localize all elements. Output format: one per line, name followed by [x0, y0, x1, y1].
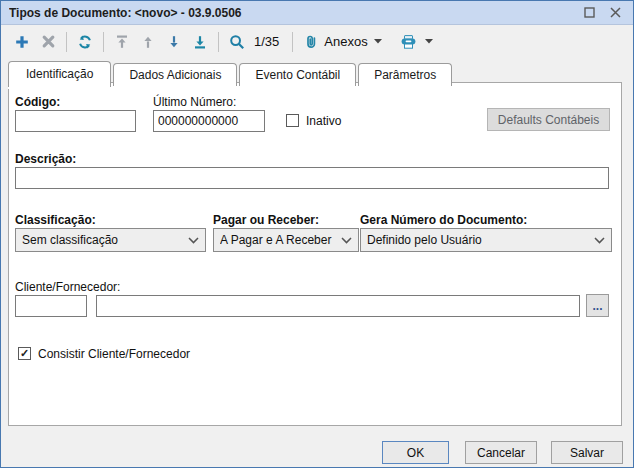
next-record-button[interactable]	[161, 29, 187, 55]
toolbar-separator	[103, 32, 104, 52]
add-record-button[interactable]	[9, 29, 35, 55]
chevron-down-icon	[374, 39, 382, 44]
anexos-button[interactable]: Anexos	[298, 29, 387, 55]
salvar-button[interactable]: Salvar	[551, 441, 623, 464]
maximize-icon	[584, 7, 595, 18]
plus-icon	[14, 34, 30, 50]
chevron-down-icon	[594, 237, 605, 244]
tab-parametros[interactable]: Parâmetros	[358, 63, 452, 86]
descricao-label: Descrição:	[15, 152, 76, 166]
tab-dados-adicionais[interactable]: Dados Adicionais	[113, 63, 237, 86]
first-record-button[interactable]	[109, 29, 135, 55]
down-arrow-icon	[166, 34, 182, 50]
descricao-input[interactable]	[15, 167, 609, 189]
delete-x-icon	[41, 34, 56, 49]
last-record-icon	[192, 34, 208, 50]
printer-icon	[400, 34, 417, 50]
ok-button[interactable]: OK	[382, 441, 449, 464]
paperclip-icon	[304, 34, 318, 50]
inativo-checkbox[interactable]	[286, 114, 299, 127]
cliente-fornecedor-browse-button[interactable]: ...	[586, 294, 609, 317]
chevron-down-icon	[425, 39, 433, 44]
close-icon	[610, 7, 621, 18]
search-icon	[229, 34, 245, 50]
ultimo-numero-input[interactable]	[153, 110, 265, 132]
tipos-de-documento-window: Tipos de Documento: <novo> - 03.9.0506	[0, 0, 634, 468]
search-button[interactable]	[224, 29, 250, 55]
chevron-down-icon	[341, 237, 352, 244]
pagar-ou-receber-label: Pagar ou Receber:	[213, 213, 319, 227]
tab-strip: Identificação Dados Adicionais Evento Co…	[8, 59, 454, 85]
first-record-icon	[114, 34, 130, 50]
window-controls	[581, 5, 633, 21]
title-bar: Tipos de Documento: <novo> - 03.9.0506	[1, 1, 633, 25]
codigo-label: Código:	[15, 95, 60, 109]
consistir-cliente-fornecedor-checkbox[interactable]	[18, 347, 31, 360]
window-title: Tipos de Documento: <novo> - 03.9.0506	[9, 6, 581, 20]
chevron-down-icon	[188, 237, 199, 244]
toolbar-separator	[292, 32, 293, 52]
classificacao-dropdown[interactable]: Sem classificação	[15, 228, 206, 252]
toolbar-separator	[66, 32, 67, 52]
tab-evento-contabil[interactable]: Evento Contábil	[239, 63, 356, 86]
tab-identificacao[interactable]: Identificação	[8, 61, 111, 87]
cancelar-button[interactable]: Cancelar	[465, 441, 537, 464]
pagar-ou-receber-value: A Pagar e A Receber	[220, 233, 341, 247]
classificacao-label: Classificação:	[15, 213, 96, 227]
codigo-input[interactable]	[15, 110, 136, 132]
toolbar-separator	[218, 32, 219, 52]
ultimo-numero-label: Último Número:	[153, 95, 236, 109]
delete-record-button[interactable]	[35, 29, 61, 55]
gera-numero-documento-value: Definido pelo Usuário	[367, 233, 594, 247]
maximize-button[interactable]	[581, 5, 597, 21]
gera-numero-documento-dropdown[interactable]: Definido pelo Usuário	[360, 228, 612, 252]
footer-bar: OK Cancelar Salvar	[1, 426, 633, 467]
classificacao-value: Sem classificação	[22, 233, 188, 247]
cliente-fornecedor-nome-input[interactable]	[96, 295, 580, 317]
gera-numero-documento-label: Gera Número do Documento:	[360, 213, 527, 227]
pagar-ou-receber-dropdown[interactable]: A Pagar e A Receber	[213, 228, 359, 252]
cliente-fornecedor-label: Cliente/Fornecedor:	[15, 280, 120, 294]
record-counter: 1/35	[254, 34, 279, 49]
up-arrow-icon	[140, 34, 156, 50]
anexos-label: Anexos	[324, 34, 367, 49]
inativo-label: Inativo	[306, 114, 341, 128]
refresh-button[interactable]	[72, 29, 98, 55]
toolbar: 1/35 Anexos	[1, 25, 633, 58]
previous-record-button[interactable]	[135, 29, 161, 55]
tab-panel-identificacao: Código: Último Número: Inativo Defaults …	[8, 82, 622, 426]
defaults-contabeis-button[interactable]: Defaults Contábeis	[487, 108, 610, 131]
cliente-fornecedor-codigo-input[interactable]	[15, 295, 87, 317]
refresh-icon	[77, 34, 93, 50]
last-record-button[interactable]	[187, 29, 213, 55]
print-button[interactable]	[394, 29, 439, 55]
close-button[interactable]	[607, 5, 623, 21]
consistir-cliente-fornecedor-label: Consistir Cliente/Fornecedor	[38, 347, 190, 361]
